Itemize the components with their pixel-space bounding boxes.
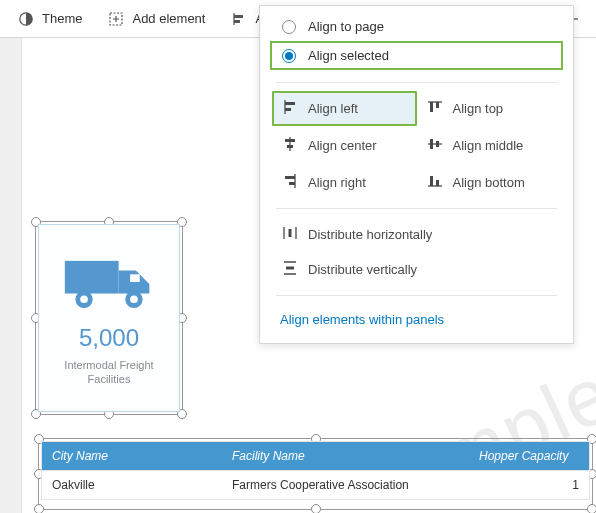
resize-handle[interactable] [311,504,321,513]
svg-rect-10 [285,102,295,105]
svg-rect-12 [430,102,433,112]
resize-handle[interactable] [34,504,44,513]
align-selected-option[interactable]: Align selected [270,41,563,70]
align-right-option[interactable]: Align right [272,165,417,200]
column-header: City Name [42,442,222,470]
svg-rect-3 [234,20,240,23]
option-label: Align top [453,101,504,116]
add-element-label: Add element [132,11,205,26]
add-element-icon [108,11,124,27]
svg-rect-23 [286,267,294,270]
table-row[interactable]: Oakville Farmers Cooperative Association… [42,470,589,499]
align-icon [231,11,247,27]
option-label: Align center [308,138,377,153]
radio-icon [282,20,296,34]
align-top-icon [427,99,443,118]
align-center-option[interactable]: Align center [272,128,417,163]
svg-rect-21 [436,180,439,186]
column-header: Hopper Capacity [469,442,589,470]
distribute-horizontally-option[interactable]: Distribute horizontally [272,217,561,252]
align-center-icon [282,136,298,155]
svg-rect-2 [234,15,243,18]
cell: Oakville [42,471,222,499]
align-bottom-icon [427,173,443,192]
distribute-h-icon [282,225,298,244]
svg-rect-15 [287,145,293,148]
add-element-button[interactable]: Add element [96,0,217,37]
theme-icon [18,11,34,27]
option-label: Distribute horizontally [308,227,432,242]
stat-label: Intermodal Freight Facilities [45,358,173,387]
option-label: Align to page [308,19,384,34]
align-middle-option[interactable]: Align middle [417,128,562,163]
stat-value: 5,000 [79,324,139,352]
align-top-option[interactable]: Align top [417,91,562,126]
option-label: Align right [308,175,366,190]
svg-point-7 [80,295,88,303]
align-within-panels-link[interactable]: Align elements within panels [260,302,573,335]
svg-rect-19 [289,182,295,185]
svg-rect-17 [436,141,439,147]
svg-rect-18 [285,176,295,179]
svg-rect-4 [65,261,119,294]
svg-point-9 [130,295,138,303]
align-to-page-option[interactable]: Align to page [260,12,573,41]
svg-rect-16 [430,139,433,149]
option-label: Distribute vertically [308,262,417,277]
svg-rect-22 [289,229,292,237]
align-middle-icon [427,136,443,155]
svg-rect-14 [285,139,295,142]
align-right-icon [282,173,298,192]
option-label: Align bottom [453,175,525,190]
align-bottom-option[interactable]: Align bottom [417,165,562,200]
resize-handle[interactable] [587,504,596,513]
data-table[interactable]: City Name Facility Name Hopper Capacity … [41,441,590,500]
svg-rect-11 [285,108,291,111]
theme-button[interactable]: Theme [6,0,94,37]
svg-rect-13 [436,102,439,108]
svg-rect-20 [430,176,433,186]
option-label: Align left [308,101,358,116]
column-header: Facility Name [222,442,469,470]
stat-card[interactable]: 5,000 Intermodal Freight Facilities [38,224,180,412]
option-label: Align middle [453,138,524,153]
truck-icon [61,250,157,314]
table-header: City Name Facility Name Hopper Capacity [42,442,589,470]
link-label: Align elements within panels [280,312,444,327]
distribute-v-icon [282,260,298,279]
cell: 1 [469,471,589,499]
svg-rect-5 [130,274,140,282]
option-label: Align selected [308,48,389,63]
radio-icon [282,49,296,63]
align-left-option[interactable]: Align left [272,91,417,126]
align-menu: Align to page Align selected Align left … [259,5,574,344]
theme-label: Theme [42,11,82,26]
cell: Farmers Cooperative Association [222,471,469,499]
align-left-icon [282,99,298,118]
distribute-vertically-option[interactable]: Distribute vertically [272,252,561,287]
